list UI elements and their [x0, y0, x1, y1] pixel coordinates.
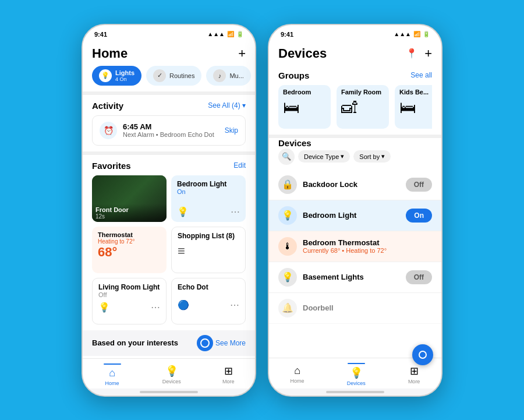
music-chip-label: Mu...	[229, 72, 243, 79]
doorbell-row[interactable]: 🔔 Doorbell	[269, 293, 441, 324]
lights-chip[interactable]: 💡 Lights 4 On	[92, 66, 141, 86]
device-type-filter[interactable]: Device Type ▾	[298, 150, 350, 163]
devices-nav-icon-right: 💡	[350, 366, 363, 379]
status-bar-right: 9:41 ▲▲▲ 📶 🔋	[269, 25, 441, 40]
home-bottom-nav: ⌂ Home 💡 Devices ⊞ More	[83, 358, 255, 389]
group-kids-bedroom[interactable]: Kids Be... 🛏	[395, 85, 432, 129]
alarm-sub: Next Alarm • Bedroom Echo Dot	[123, 131, 214, 138]
doorbell-icon: 🔔	[278, 299, 297, 317]
status-bar-left: 9:41 ▲▲▲ 📶 🔋	[83, 25, 255, 40]
home-nav-icon-right: ⌂	[294, 365, 300, 377]
based-title: Based on your interests	[92, 338, 178, 347]
shopping-list-title: Shopping List (8)	[178, 232, 239, 240]
bedroom-light-menu[interactable]: ⋯	[231, 206, 240, 217]
alarm-icon: ⏰	[100, 122, 117, 139]
nav-home-right[interactable]: ⌂ Home	[291, 365, 305, 384]
group-bedroom-name: Bedroom	[283, 89, 311, 96]
devices-section-title: Devices	[269, 133, 321, 151]
basement-lights-icon: 💡	[278, 268, 297, 287]
routines-chip[interactable]: ✓ Routines	[146, 66, 201, 86]
backdoor-lock-row[interactable]: 🔒 Backdoor Lock Off	[269, 170, 441, 200]
living-room-light-icon: 💡	[98, 302, 110, 313]
chips-row: 💡 Lights 4 On ✓ Routines ♪ Mu...	[83, 66, 255, 91]
music-chip[interactable]: ♪ Mu...	[206, 66, 250, 86]
time-left: 9:41	[94, 31, 107, 38]
bedroom-light-status: On	[177, 188, 240, 195]
activity-section: Activity See All (4) ▾ ⏰ 6:45 AM Next Al…	[83, 95, 255, 151]
thermostat-temp: 68°	[98, 245, 161, 260]
devices-nav-icon: 💡	[165, 365, 178, 377]
sort-by-filter[interactable]: Sort by ▾	[353, 150, 391, 163]
nav-more-left[interactable]: ⊞ More	[222, 365, 235, 384]
lights-chip-label: Lights	[115, 69, 134, 76]
groups-row: Bedroom 🛏 Family Room 🛋 Kids Be... 🛏	[278, 85, 432, 129]
bedroom-thermostat-row[interactable]: 🌡 Bedroom Thermostat Currently 68° • Hea…	[269, 231, 441, 262]
favorites-section: Favorites Edit Front Door 12s	[83, 155, 255, 330]
header-actions: 📍 +	[406, 46, 432, 61]
bedroom-light-row[interactable]: 💡 Bedroom Light On	[269, 200, 441, 231]
skip-button[interactable]: Skip	[225, 126, 238, 135]
bedroom-light-fav-card[interactable]: Bedroom Light On 💡 ⋯	[171, 175, 246, 222]
nav-more-right[interactable]: ⊞ More	[408, 365, 420, 384]
nav-devices-active-line	[348, 363, 365, 364]
lights-chip-icon: 💡	[99, 69, 112, 82]
echo-dot-menu[interactable]: ⋯	[230, 299, 239, 310]
backdoor-lock-name: Backdoor Lock	[303, 180, 400, 189]
front-door-sub: 12s	[95, 213, 163, 220]
nav-devices-right[interactable]: 💡 Devices	[347, 363, 366, 386]
alexa-fab-right[interactable]	[412, 344, 433, 365]
activity-see-all[interactable]: See All (4) ▾	[208, 101, 246, 110]
see-more-button[interactable]: See More	[197, 335, 246, 351]
time-right: 9:41	[281, 31, 293, 38]
activity-title: Activity	[92, 101, 123, 111]
bedroom-thermostat-name: Bedroom Thermostat	[303, 238, 432, 247]
living-room-status: Off	[98, 291, 160, 298]
home-add-button[interactable]: +	[238, 46, 246, 61]
nav-home[interactable]: ⌂ Home	[104, 363, 121, 386]
living-room-light-fav-card[interactable]: Living Room Light Off 💡 ⋯	[92, 278, 167, 324]
group-kids-name: Kids Be...	[399, 89, 429, 96]
search-icon[interactable]: 🔍	[278, 149, 295, 165]
groups-title: Groups	[278, 70, 309, 80]
basement-lights-toggle[interactable]: Off	[406, 270, 432, 284]
bedroom-light-icon: 💡	[177, 206, 189, 217]
nav-devices-left[interactable]: 💡 Devices	[162, 365, 181, 384]
living-room-title: Living Room Light	[98, 283, 160, 291]
shopping-list-fav-card[interactable]: Shopping List (8) ≡	[171, 227, 246, 273]
home-title: Home	[92, 46, 128, 61]
basement-lights-row[interactable]: 💡 Basement Lights Off	[269, 262, 441, 293]
home-nav-label-right: Home	[291, 378, 305, 384]
backdoor-lock-toggle[interactable]: Off	[406, 178, 432, 192]
groups-see-all[interactable]: See all	[410, 71, 432, 79]
home-indicator-right	[326, 391, 384, 393]
thermostat-device-icon: 🌡	[278, 237, 297, 256]
shopping-list-icon: ≡	[178, 243, 239, 259]
routines-chip-label: Routines	[169, 72, 194, 79]
device-type-label: Device Type	[304, 153, 339, 160]
status-icons-left: ▲▲▲ 📶 🔋	[207, 31, 243, 37]
more-nav-icon-right: ⊞	[410, 365, 419, 377]
group-family-room[interactable]: Family Room 🛋	[337, 85, 389, 129]
basement-lights-name: Basement Lights	[303, 273, 400, 281]
nav-home-active-line	[104, 363, 121, 365]
group-bedroom[interactable]: Bedroom 🛏	[278, 85, 331, 129]
sort-by-chevron: ▾	[381, 153, 385, 160]
devices-add-button[interactable]: +	[424, 46, 432, 61]
sort-by-label: Sort by	[359, 153, 380, 160]
location-icon[interactable]: 📍	[406, 48, 417, 59]
alarm-time: 6:45 AM	[123, 122, 214, 131]
favorites-title: Favorites	[92, 161, 131, 171]
more-nav-label: More	[222, 379, 235, 384]
favorites-grid: Front Door 12s Bedroom Light On	[92, 175, 246, 324]
living-room-menu[interactable]: ⋯	[151, 302, 160, 313]
front-door-card[interactable]: Front Door 12s	[92, 175, 167, 222]
activity-card: ⏰ 6:45 AM Next Alarm • Bedroom Echo Dot …	[92, 115, 246, 146]
more-nav-label-right: More	[408, 379, 420, 384]
home-indicator-left	[140, 391, 198, 393]
bedroom-light-toggle[interactable]: On	[406, 209, 432, 223]
echo-dot-title: Echo Dot	[178, 283, 239, 291]
thermostat-fav-card[interactable]: Thermostat Heating to 72° 68°	[92, 227, 167, 273]
echo-dot-fav-card[interactable]: Echo Dot 🔵 ⋯	[171, 278, 246, 324]
thermostat-heating: Heating to 72°	[98, 238, 161, 245]
favorites-edit[interactable]: Edit	[233, 161, 246, 170]
